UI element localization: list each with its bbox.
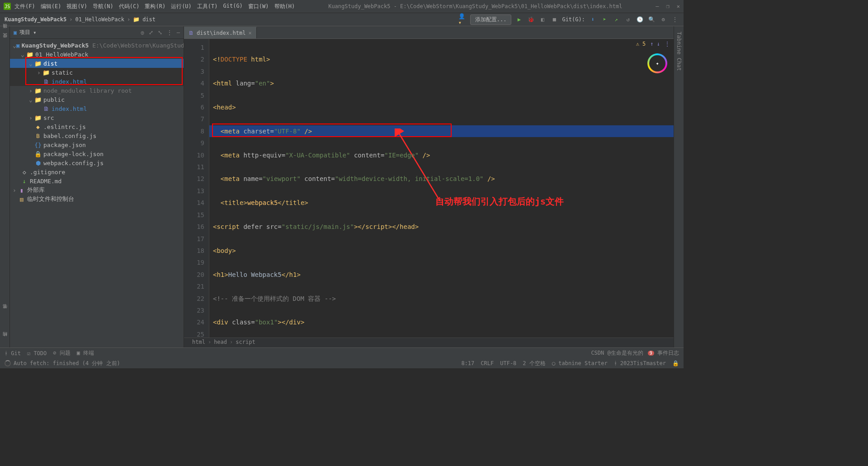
settings-icon[interactable]: ⚙ [659, 15, 667, 24]
encoding[interactable]: UTF-8 [500, 360, 516, 366]
app-logo-icon: JS [4, 3, 11, 10]
search-icon[interactable]: 🔍 [647, 15, 656, 24]
tabnine-status[interactable]: ◯ tabnine Starter [552, 360, 608, 366]
leftrail-structure[interactable]: 结构 [1, 338, 9, 343]
chevron-down-icon[interactable]: ▾ [33, 29, 36, 36]
bottom-git[interactable]: ᚼ Git [5, 350, 21, 357]
git-pull-icon[interactable]: ⬇ [589, 15, 597, 24]
tree-dist[interactable]: ⌄📁dist [10, 59, 184, 68]
git-rollback-icon[interactable]: ↺ [624, 15, 632, 24]
tree-index-public[interactable]: 🗎index.html [10, 104, 184, 113]
minimize-button[interactable]: — [656, 3, 659, 10]
close-tab-icon[interactable]: × [248, 30, 251, 36]
panel-title: 项目 [19, 29, 30, 36]
cursor-position[interactable]: 8:17 [461, 360, 474, 366]
menu-tools[interactable]: 工具(T) [197, 3, 218, 10]
leftrail-bookmarks[interactable]: 书签 [1, 309, 9, 315]
bottom-terminal[interactable]: ▣ 终端 [77, 349, 94, 357]
tree-package[interactable]: {}package.json [10, 140, 184, 149]
run-config-select[interactable]: 添加配置... [470, 14, 512, 25]
menu-refactor[interactable]: 重构(R) [145, 3, 165, 10]
maximize-button[interactable]: ❐ [666, 3, 670, 10]
folder-icon: ▣ [14, 29, 17, 36]
run-icon[interactable]: ▶ [515, 15, 523, 24]
bottom-problems[interactable]: ⊘ 问题 [53, 349, 70, 357]
tree-gitignore[interactable]: ◇.gitignore [10, 167, 184, 176]
git-branch[interactable]: ᚼ 2023TisTmaster [614, 360, 666, 366]
leftrail-commit[interactable]: 提交 [1, 39, 9, 44]
menu-navigate[interactable]: 导航(N) [93, 3, 113, 10]
html-icon: 🗎 [189, 30, 194, 36]
tree-root[interactable]: ⌄▣KuangStudy_WebPack5 E:\Code\WebStorm\K… [10, 41, 184, 50]
leftrail-project[interactable]: 项目 [1, 29, 9, 34]
tree-public[interactable]: ⌄📁public [10, 95, 184, 104]
tool-more-icon[interactable]: ⋮ [167, 29, 172, 36]
window-title: KuangStudy_WebPack5 - E:\Code\WebStorm\K… [295, 3, 656, 10]
watermark: CSDN @生命是有光的 [591, 349, 643, 357]
menu-git[interactable]: Git(G) [223, 3, 243, 10]
tree-01hello[interactable]: ⌄📁01_HelloWebPack [10, 50, 184, 59]
git-push-icon[interactable]: ➤ [600, 15, 609, 24]
menu-view[interactable]: 视图(V) [66, 3, 87, 10]
line-sep[interactable]: CRLF [481, 360, 494, 366]
crumb-1[interactable]: 01_HelloWebPack [75, 16, 124, 23]
crumb-2[interactable]: dist [142, 16, 156, 23]
menu-run[interactable]: 运行(U) [171, 3, 192, 10]
status-message: Auto fetch: finished (4 分钟 之前) [14, 360, 120, 367]
tree-index-dist[interactable]: 🗎index.html [10, 77, 184, 86]
more-icon[interactable]: ⋮ [671, 15, 679, 24]
target-icon[interactable]: ◎ [141, 29, 144, 36]
tree-babel[interactable]: Bbabel.config.js [10, 131, 184, 140]
editor-tab[interactable]: 🗎 dist\index.html × [184, 27, 257, 38]
menu-bar: 文件(F) 编辑(E) 视图(V) 导航(N) 代码(C) 重构(R) 运行(U… [14, 3, 295, 10]
git-label: Git(G): [562, 16, 585, 23]
bottom-todo[interactable]: ☑ TODO [27, 350, 47, 357]
tree-webpackcfg[interactable]: ⬢webpack.config.js [10, 158, 184, 167]
editor-breadcrumb[interactable]: html›head›script [184, 338, 674, 347]
line-gutter: 1234567891011121314151617181920212223242… [184, 39, 209, 338]
menu-file[interactable]: 文件(F) [14, 3, 35, 10]
lock-icon[interactable]: 🔒 [672, 360, 679, 366]
coverage-icon[interactable]: ◧ [538, 15, 547, 24]
tree-eslint[interactable]: ◆.eslintrc.js [10, 122, 184, 131]
folder-icon: 📁 [133, 16, 140, 23]
menu-edit[interactable]: 编辑(E) [41, 3, 61, 10]
tab-label: dist\index.html [197, 30, 245, 36]
history-icon[interactable]: 🕓 [636, 15, 644, 24]
menu-window[interactable]: 窗口(W) [248, 3, 269, 10]
tree-nodemodules[interactable]: ›📁node_modules library root [10, 86, 184, 95]
user-icon[interactable]: 👤▾ [458, 15, 467, 24]
tree-readme[interactable]: ↓README.md [10, 176, 184, 185]
progress-icon [5, 360, 11, 366]
crumb-root[interactable]: KuangStudy_WebPack5 [5, 16, 66, 23]
code-lines: <!DOCTYPE html> <html lang="en"> <head> … [209, 39, 674, 338]
indent[interactable]: 2 个空格 [523, 360, 545, 367]
close-button[interactable]: ✕ [677, 3, 680, 10]
git-fetch-icon[interactable]: ↗ [612, 15, 620, 24]
tree-scratch[interactable]: ▤临时文件和控制台 [10, 195, 184, 204]
code-editor[interactable]: 1234567891011121314151617181920212223242… [184, 39, 674, 338]
collapse-icon[interactable]: ⤡ [158, 29, 162, 36]
debug-icon[interactable]: 🐞 [527, 15, 535, 24]
rightrail-tabnine[interactable]: Tabnine Chat [675, 29, 683, 74]
tree-src[interactable]: ›📁src [10, 113, 184, 122]
menu-help[interactable]: 帮助(H) [274, 3, 295, 10]
hide-panel-icon[interactable]: — [177, 29, 180, 36]
bottom-events[interactable]: 9 事件日志 [648, 349, 679, 357]
tree-packagelock[interactable]: 🔒package-lock.json [10, 149, 184, 158]
menu-code[interactable]: 代码(C) [119, 3, 140, 10]
expand-icon[interactable]: ⤢ [149, 29, 153, 36]
breadcrumb: KuangStudy_WebPack5 › 01_HelloWebPack › … [5, 16, 156, 23]
tree-static[interactable]: ›📁static [10, 68, 184, 77]
tree-external[interactable]: ›▮外部库 [10, 185, 184, 195]
stop-icon[interactable]: ■ [550, 15, 558, 24]
